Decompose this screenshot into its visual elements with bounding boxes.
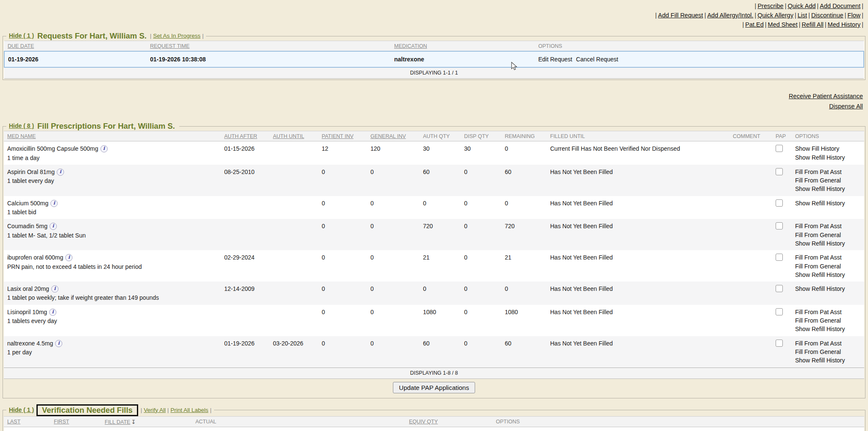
verification-hide-link[interactable]: Hide ( 1 )	[9, 406, 34, 413]
pap-checkbox[interactable]	[776, 340, 783, 347]
col-header-auth-until[interactable]: AUTH UNTIL	[270, 131, 318, 141]
verification-row[interactable]: Hart, William 01-19-2026 Amoxicillin 500…	[4, 427, 864, 431]
info-icon[interactable]: i	[65, 254, 72, 261]
col-header-request-time[interactable]: REQUEST TIME	[147, 41, 391, 52]
col-header-due-date[interactable]: DUE DATE	[4, 41, 147, 52]
med-name[interactable]: Amoxicillin 500mg Capsule 500mg	[7, 145, 98, 152]
requests-displaying-text: DISPLAYING 1-1 / 1	[4, 67, 864, 79]
menu-link-med-sheet[interactable]: Med Sheet	[768, 21, 798, 28]
show-refill-history-link[interactable]: Show Refill History	[795, 199, 861, 207]
disp-qty-cell: 0	[461, 250, 501, 282]
info-icon[interactable]: i	[55, 340, 62, 347]
menu-link-quick-add[interactable]: Quick Add	[787, 3, 815, 9]
show-refill-history-link[interactable]: Show Refill History	[795, 285, 861, 293]
info-icon[interactable]: i	[49, 309, 56, 316]
menu-link-add-fill-request[interactable]: Add Fill Request	[658, 12, 703, 19]
general-inv-cell: 0	[367, 336, 420, 367]
cancel-request-link[interactable]: Cancel Request	[576, 56, 618, 63]
pap-checkbox[interactable]	[776, 168, 783, 175]
fill-from-general-link[interactable]: Fill From General	[795, 231, 861, 239]
menu-link-prescribe[interactable]: Prescribe	[757, 3, 783, 9]
info-icon[interactable]: i	[100, 145, 108, 152]
show-refill-history-link[interactable]: Show Refill History	[795, 325, 861, 333]
menu-link-add-allergy-intol[interactable]: Add Allergy/Intol.	[707, 12, 754, 19]
fill-from-pat-asst-link[interactable]: Fill From Pat Asst	[795, 222, 861, 230]
fill-from-general-link[interactable]: Fill From General	[795, 262, 861, 271]
menu-separator: |	[823, 21, 828, 28]
menu-link-list[interactable]: List	[798, 12, 807, 19]
fill-from-general-link[interactable]: Fill From General	[795, 316, 861, 325]
med-name-cell: Calcium 500mgi 1 tablet bid	[4, 196, 221, 219]
fill-from-pat-asst-link[interactable]: Fill From Pat Asst	[795, 168, 861, 176]
menu-separator: |	[807, 12, 811, 19]
fill-hide-link[interactable]: Hide ( 8 )	[9, 122, 34, 129]
med-name[interactable]: Coumadin 5mg	[7, 223, 47, 229]
fill-from-general-link[interactable]: Fill From General	[795, 176, 861, 185]
col-header-filled-until: FILLED UNTIL	[547, 131, 729, 141]
col-header-general-inv[interactable]: GENERAL INV	[367, 131, 420, 141]
auth-until-cell: 03-20-2026	[270, 336, 318, 367]
med-name[interactable]: Lasix oral 20mg	[7, 285, 49, 292]
med-name[interactable]: Calcium 500mg	[7, 200, 48, 207]
request-row-selected[interactable]: 01-19-2026 01-19-2026 10:38:08 naltrexon…	[4, 51, 864, 67]
actual-cell: Amoxicillin 500mg Capsule: 30	[192, 427, 406, 431]
show-refill-history-link[interactable]: Show Refill History	[795, 239, 861, 248]
col-header-auth-after[interactable]: AUTH AFTER	[221, 131, 270, 141]
menu-link-add-document[interactable]: Add Document	[820, 3, 860, 9]
menu-link-flow[interactable]: Flow	[848, 12, 861, 19]
fill-from-pat-asst-link[interactable]: Fill From Pat Asst	[795, 253, 861, 262]
set-as-in-progress-link[interactable]: Set As In Progress	[153, 33, 200, 39]
info-icon[interactable]: i	[50, 223, 57, 230]
show-refill-history-link[interactable]: Show Refill History	[795, 185, 861, 193]
pap-checkbox[interactable]	[776, 199, 783, 207]
edit-request-link[interactable]: Edit Request	[538, 56, 572, 63]
fill-from-pat-asst-link[interactable]: Fill From Pat Asst	[795, 339, 861, 348]
pap-checkbox[interactable]	[776, 308, 783, 315]
requests-hide-link[interactable]: Hide ( 1 )	[9, 32, 34, 39]
col-header-med-name[interactable]: MED NAME	[4, 131, 221, 141]
pap-cell	[772, 196, 792, 219]
info-icon[interactable]: i	[57, 169, 64, 176]
pap-checkbox[interactable]	[776, 145, 783, 152]
fill-from-general-link[interactable]: Fill From General	[795, 348, 861, 356]
show-refill-history-link[interactable]: Show Refill History	[795, 271, 861, 279]
auth-until-cell	[270, 282, 318, 305]
menu-link-pat-ed[interactable]: Pat.Ed	[745, 21, 764, 28]
col-header-medication[interactable]: MEDICATION	[391, 41, 535, 52]
fill-displaying-row: DISPLAYING 1-8 / 8	[4, 367, 864, 379]
menu-separator: |	[764, 21, 768, 28]
info-icon[interactable]: i	[51, 285, 58, 293]
med-name[interactable]: Lisinopril 10mg	[7, 309, 47, 315]
col-header-equiv-qty[interactable]: EQUIV QTY	[406, 416, 492, 427]
show-fill-history-link[interactable]: Show Fill History	[795, 144, 861, 153]
menu-link-discontinue[interactable]: Discontinue	[811, 12, 843, 19]
col-header-first[interactable]: FIRST	[50, 416, 101, 427]
patient-inv-cell: 0	[318, 219, 367, 250]
pap-checkbox[interactable]	[776, 254, 783, 261]
sort-descending-icon: ↧	[131, 419, 136, 425]
med-name[interactable]: naltrexone 4.5mg	[7, 340, 53, 347]
filled-until-cell: Has Not Yet Been Filled	[547, 219, 729, 250]
update-pap-applications-button[interactable]: Update PAP Applications	[393, 382, 475, 393]
dispense-all-link[interactable]: Dispense All	[829, 101, 863, 111]
print-all-labels-link[interactable]: Print All Labels	[170, 407, 208, 413]
menu-separator: |	[654, 12, 658, 19]
info-icon[interactable]: i	[50, 200, 58, 207]
med-name[interactable]: Aspirin Oral 81mg	[7, 169, 55, 175]
verify-all-link[interactable]: Verify All	[144, 407, 166, 413]
general-inv-cell: 0	[367, 196, 420, 219]
menu-link-med-history[interactable]: Med History	[828, 21, 860, 28]
col-header-fill-date[interactable]: FILL DATE↧	[101, 416, 192, 427]
show-refill-history-link[interactable]: Show Refill History	[795, 356, 861, 365]
col-header-last[interactable]: LAST	[4, 416, 50, 427]
col-header-patient-inv[interactable]: PATIENT INV	[318, 131, 367, 141]
med-name[interactable]: ibuprofen oral 600mg	[7, 254, 63, 261]
show-refill-history-link[interactable]: Show Refill History	[795, 153, 861, 162]
pap-checkbox[interactable]	[776, 222, 783, 229]
menu-link-refill-all[interactable]: Refill All	[802, 21, 824, 28]
fill-from-pat-asst-link[interactable]: Fill From Pat Asst	[795, 308, 861, 316]
receive-patient-assistance-link[interactable]: Receive Patient Assistance	[789, 91, 863, 101]
pap-checkbox[interactable]	[776, 285, 783, 292]
fill-row: ibuprofen oral 600mgi PRN pain, not to e…	[4, 250, 864, 282]
menu-link-quick-allergy[interactable]: Quick Allergy	[757, 12, 793, 19]
